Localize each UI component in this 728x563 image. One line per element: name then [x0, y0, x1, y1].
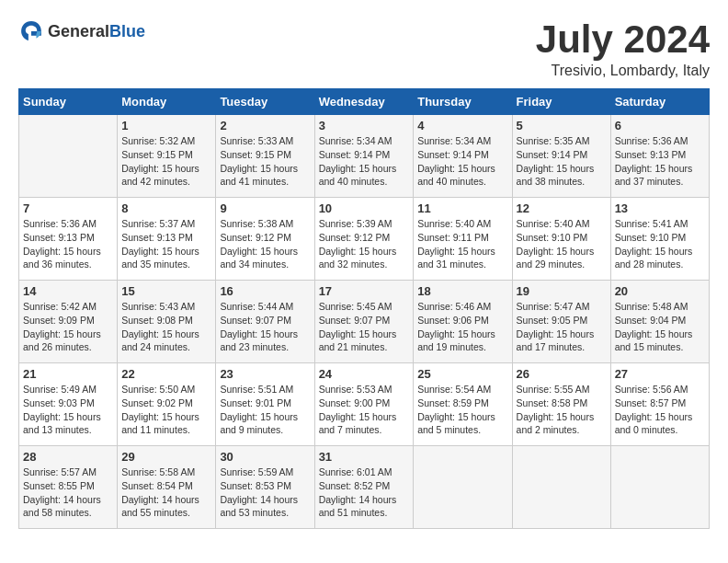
calendar-cell: 4Sunrise: 5:34 AMSunset: 9:14 PMDaylight…	[414, 115, 512, 198]
calendar-cell: 16Sunrise: 5:44 AMSunset: 9:07 PMDayligh…	[216, 281, 314, 363]
date-number: 9	[220, 201, 310, 215]
date-number: 10	[319, 201, 410, 215]
week-row-3: 14Sunrise: 5:42 AMSunset: 9:09 PMDayligh…	[19, 281, 710, 363]
calendar-table: SundayMondayTuesdayWednesdayThursdayFrid…	[18, 88, 710, 529]
cell-content: Sunrise: 6:01 AMSunset: 8:52 PMDaylight:…	[319, 465, 410, 520]
date-number: 31	[319, 450, 410, 464]
date-number: 30	[220, 450, 310, 464]
date-number: 2	[220, 119, 310, 132]
date-number: 22	[121, 367, 211, 381]
calendar-cell: 26Sunrise: 5:55 AMSunset: 8:58 PMDayligh…	[512, 363, 610, 446]
calendar-cell: 11Sunrise: 5:40 AMSunset: 9:11 PMDayligh…	[414, 198, 512, 281]
week-row-5: 28Sunrise: 5:57 AMSunset: 8:55 PMDayligh…	[19, 446, 710, 529]
cell-content: Sunrise: 5:40 AMSunset: 9:10 PMDaylight:…	[517, 217, 607, 271]
date-number: 3	[319, 119, 410, 132]
calendar-cell	[19, 115, 118, 198]
calendar-cell: 25Sunrise: 5:54 AMSunset: 8:59 PMDayligh…	[414, 363, 512, 446]
date-number: 7	[23, 201, 113, 215]
date-number: 4	[417, 119, 507, 132]
date-number: 14	[23, 284, 113, 298]
cell-content: Sunrise: 5:49 AMSunset: 9:03 PMDaylight:…	[23, 383, 113, 437]
calendar-cell: 24Sunrise: 5:53 AMSunset: 9:00 PMDayligh…	[314, 363, 414, 446]
date-number: 29	[121, 450, 211, 464]
day-header-wednesday: Wednesday	[314, 89, 414, 115]
cell-content: Sunrise: 5:59 AMSunset: 8:53 PMDaylight:…	[220, 465, 310, 520]
date-number: 21	[23, 367, 113, 381]
date-number: 18	[417, 284, 507, 298]
calendar-cell: 9Sunrise: 5:38 AMSunset: 9:12 PMDaylight…	[216, 198, 314, 281]
logo-text: GeneralBlue	[48, 22, 145, 41]
header-row: SundayMondayTuesdayWednesdayThursdayFrid…	[19, 89, 710, 115]
cell-content: Sunrise: 5:54 AMSunset: 8:59 PMDaylight:…	[417, 383, 507, 437]
calendar-cell: 28Sunrise: 5:57 AMSunset: 8:55 PMDayligh…	[19, 446, 118, 529]
cell-content: Sunrise: 5:46 AMSunset: 9:06 PMDaylight:…	[417, 300, 507, 354]
cell-content: Sunrise: 5:43 AMSunset: 9:08 PMDaylight:…	[121, 300, 211, 354]
calendar-cell: 20Sunrise: 5:48 AMSunset: 9:04 PMDayligh…	[610, 281, 709, 363]
cell-content: Sunrise: 5:41 AMSunset: 9:10 PMDaylight:…	[615, 217, 705, 271]
cell-content: Sunrise: 5:34 AMSunset: 9:14 PMDaylight:…	[319, 134, 410, 189]
calendar-cell: 31Sunrise: 6:01 AMSunset: 8:52 PMDayligh…	[314, 446, 414, 529]
calendar-cell: 17Sunrise: 5:45 AMSunset: 9:07 PMDayligh…	[314, 281, 414, 363]
cell-content: Sunrise: 5:51 AMSunset: 9:01 PMDaylight:…	[220, 383, 310, 437]
calendar-cell	[610, 446, 709, 529]
logo: GeneralBlue	[18, 18, 145, 44]
day-header-saturday: Saturday	[610, 89, 709, 115]
date-number: 25	[417, 367, 507, 381]
calendar-cell: 19Sunrise: 5:47 AMSunset: 9:05 PMDayligh…	[512, 281, 610, 363]
cell-content: Sunrise: 5:37 AMSunset: 9:13 PMDaylight:…	[121, 217, 211, 271]
cell-content: Sunrise: 5:38 AMSunset: 9:12 PMDaylight:…	[220, 217, 310, 271]
day-header-thursday: Thursday	[414, 89, 512, 115]
day-header-monday: Monday	[118, 89, 216, 115]
logo-icon	[18, 18, 44, 44]
cell-content: Sunrise: 5:36 AMSunset: 9:13 PMDaylight:…	[23, 217, 113, 271]
calendar-cell	[512, 446, 610, 529]
cell-content: Sunrise: 5:35 AMSunset: 9:14 PMDaylight:…	[517, 134, 607, 189]
date-number: 11	[417, 201, 507, 215]
calendar-cell: 18Sunrise: 5:46 AMSunset: 9:06 PMDayligh…	[414, 281, 512, 363]
calendar-cell: 22Sunrise: 5:50 AMSunset: 9:02 PMDayligh…	[118, 363, 216, 446]
day-header-friday: Friday	[512, 89, 610, 115]
date-number: 28	[23, 450, 113, 464]
cell-content: Sunrise: 5:50 AMSunset: 9:02 PMDaylight:…	[121, 383, 211, 437]
calendar-cell: 30Sunrise: 5:59 AMSunset: 8:53 PMDayligh…	[216, 446, 314, 529]
header: GeneralBlue July 2024 Tresivio, Lombardy…	[18, 18, 710, 79]
date-number: 16	[220, 284, 310, 298]
cell-content: Sunrise: 5:32 AMSunset: 9:15 PMDaylight:…	[121, 134, 211, 189]
calendar-cell: 5Sunrise: 5:35 AMSunset: 9:14 PMDaylight…	[512, 115, 610, 198]
title-section: July 2024 Tresivio, Lombardy, Italy	[536, 18, 710, 79]
calendar-cell: 29Sunrise: 5:58 AMSunset: 8:54 PMDayligh…	[118, 446, 216, 529]
cell-content: Sunrise: 5:58 AMSunset: 8:54 PMDaylight:…	[121, 465, 211, 520]
calendar-cell: 13Sunrise: 5:41 AMSunset: 9:10 PMDayligh…	[610, 198, 709, 281]
cell-content: Sunrise: 5:48 AMSunset: 9:04 PMDaylight:…	[615, 300, 705, 354]
calendar-cell: 8Sunrise: 5:37 AMSunset: 9:13 PMDaylight…	[118, 198, 216, 281]
date-number: 8	[121, 201, 211, 215]
date-number: 24	[319, 367, 410, 381]
cell-content: Sunrise: 5:56 AMSunset: 8:57 PMDaylight:…	[615, 383, 705, 437]
cell-content: Sunrise: 5:47 AMSunset: 9:05 PMDaylight:…	[517, 300, 607, 354]
cell-content: Sunrise: 5:40 AMSunset: 9:11 PMDaylight:…	[417, 217, 507, 271]
month-year: July 2024	[536, 18, 710, 61]
calendar-cell: 14Sunrise: 5:42 AMSunset: 9:09 PMDayligh…	[19, 281, 118, 363]
day-header-sunday: Sunday	[19, 89, 118, 115]
calendar-cell: 10Sunrise: 5:39 AMSunset: 9:12 PMDayligh…	[314, 198, 414, 281]
date-number: 19	[517, 284, 607, 298]
date-number: 26	[517, 367, 607, 381]
calendar-cell: 1Sunrise: 5:32 AMSunset: 9:15 PMDaylight…	[118, 115, 216, 198]
cell-content: Sunrise: 5:34 AMSunset: 9:14 PMDaylight:…	[417, 134, 507, 189]
calendar-cell: 2Sunrise: 5:33 AMSunset: 9:15 PMDaylight…	[216, 115, 314, 198]
cell-content: Sunrise: 5:44 AMSunset: 9:07 PMDaylight:…	[220, 300, 310, 354]
calendar-cell: 6Sunrise: 5:36 AMSunset: 9:13 PMDaylight…	[610, 115, 709, 198]
calendar-cell: 7Sunrise: 5:36 AMSunset: 9:13 PMDaylight…	[19, 198, 118, 281]
date-number: 23	[220, 367, 310, 381]
cell-content: Sunrise: 5:53 AMSunset: 9:00 PMDaylight:…	[319, 383, 410, 437]
calendar-cell	[414, 446, 512, 529]
cell-content: Sunrise: 5:45 AMSunset: 9:07 PMDaylight:…	[319, 300, 410, 354]
date-number: 1	[121, 119, 211, 132]
cell-content: Sunrise: 5:57 AMSunset: 8:55 PMDaylight:…	[23, 465, 113, 520]
location: Tresivio, Lombardy, Italy	[536, 63, 710, 79]
calendar-cell: 15Sunrise: 5:43 AMSunset: 9:08 PMDayligh…	[118, 281, 216, 363]
week-row-1: 1Sunrise: 5:32 AMSunset: 9:15 PMDaylight…	[19, 115, 710, 198]
date-number: 6	[615, 119, 705, 132]
cell-content: Sunrise: 5:55 AMSunset: 8:58 PMDaylight:…	[517, 383, 607, 437]
date-number: 20	[615, 284, 705, 298]
